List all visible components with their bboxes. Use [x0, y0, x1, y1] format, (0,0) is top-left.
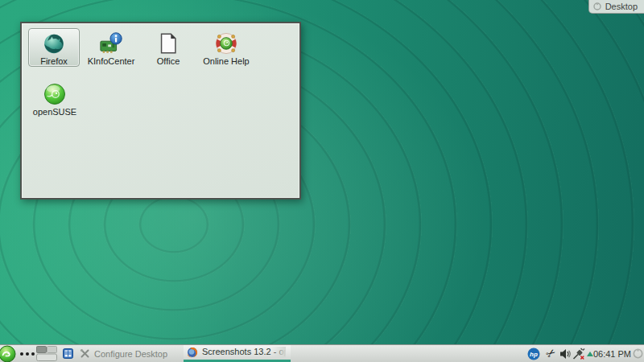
libreoffice-icon: [155, 31, 181, 56]
desktop-pager[interactable]: [36, 346, 57, 361]
panel-dot[interactable]: [26, 352, 29, 356]
tray-expander-up-arrow-icon[interactable]: [587, 352, 593, 356]
task-label: Configure Desktop: [94, 349, 167, 359]
cashew-icon[interactable]: [633, 348, 643, 359]
desktop-icon-opensuse[interactable]: openSUSE: [29, 79, 80, 117]
cashew-icon: [593, 2, 601, 10]
desktop-root: Desktop Firefox: [0, 0, 644, 362]
desktop-icon-office[interactable]: Office: [142, 28, 194, 67]
desktop-toolbox-button[interactable]: Desktop: [588, 0, 644, 14]
desktop-icon-online-help[interactable]: Online Help: [200, 28, 252, 67]
icon-label: openSUSE: [33, 107, 76, 117]
panel-dot[interactable]: [31, 352, 35, 356]
volume-icon[interactable]: [559, 348, 571, 360]
toolbox-label: Desktop: [605, 2, 638, 11]
kinfocenter-icon: [98, 31, 124, 56]
opensuse-icon: [42, 82, 68, 106]
desktop-icon-firefox[interactable]: Firefox: [28, 28, 80, 67]
crossed-tools-icon: [80, 348, 90, 359]
icon-label: Firefox: [40, 56, 68, 66]
firefox-icon: [187, 347, 198, 358]
desktop-icon-kinfocenter[interactable]: KInfoCenter: [85, 28, 137, 67]
task-label: Screenshots 13.2 - openSUSE: [202, 347, 286, 356]
firefox-icon: [41, 31, 67, 56]
icon-label: Office: [157, 56, 180, 66]
panel-clock[interactable]: 06:41 PM: [593, 349, 631, 359]
opensuse-geeko-icon[interactable]: [0, 345, 16, 362]
task-screenshots-firefox[interactable]: Screenshots 13.2 - openSUSE: [184, 345, 291, 362]
svg-text:hp: hp: [530, 351, 538, 358]
klipper-scissors-icon[interactable]: ✂: [542, 344, 559, 362]
quicklaunch-icon[interactable]: [63, 348, 73, 359]
task-configure-desktop[interactable]: Configure Desktop: [76, 345, 173, 362]
folder-view-widget: Firefox KInfoCenter: [20, 22, 301, 200]
icon-label: Online Help: [203, 56, 249, 66]
icon-label: KInfoCenter: [88, 56, 135, 66]
online-help-icon: [213, 31, 239, 56]
network-disconnected-icon[interactable]: [572, 348, 585, 360]
taskbar-panel: Configure Desktop Screenshots 13.2 - ope…: [0, 344, 644, 362]
hp-logo-icon[interactable]: hp: [527, 348, 540, 360]
panel-dot[interactable]: [20, 352, 23, 356]
